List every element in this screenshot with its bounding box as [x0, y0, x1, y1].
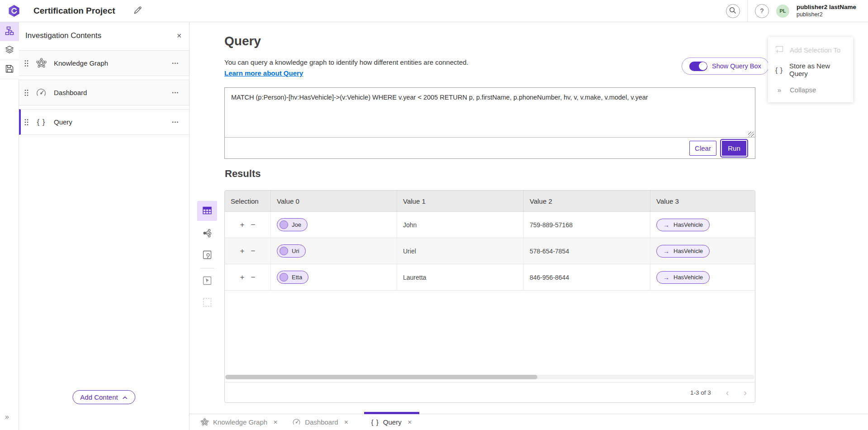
toggle-switch[interactable] [689, 62, 707, 71]
map-select-view-button[interactable] [197, 272, 217, 290]
close-icon: ✕ [408, 419, 412, 425]
dashboard-icon [292, 418, 301, 426]
item-menu-button[interactable]: ••• [172, 91, 179, 95]
sidebar-item-query[interactable]: { } Query ••• [19, 109, 189, 135]
relationship-pill[interactable]: → HasVehicle [656, 271, 710, 284]
store-as-new-query-menu-item[interactable]: { } Store as New Query [768, 60, 853, 80]
entity-cell: Etta [271, 264, 397, 290]
page-description: You can query a knowledge graph to ident… [224, 58, 469, 66]
arrow-right-icon: → [663, 221, 669, 229]
close-panel-button[interactable]: ✕ [176, 32, 182, 39]
sidebar-item-knowledge-graph[interactable]: Knowledge Graph ••• [19, 50, 189, 76]
edit-title-button[interactable] [133, 6, 142, 16]
dashboard-icon [35, 87, 47, 98]
sidebar-item-label: Dashboard [54, 89, 87, 96]
tab-knowledge-graph[interactable]: Knowledge Graph ✕ [193, 414, 285, 430]
add-to-icon [774, 45, 784, 54]
query-context-menu: Add Selection To { } Store as New Query … [768, 37, 853, 102]
remove-selection-button[interactable]: − [251, 273, 256, 281]
entity-cell: Joe [271, 212, 397, 238]
drag-handle-icon[interactable] [24, 119, 28, 126]
column-header[interactable]: Selection [225, 191, 271, 211]
avatar[interactable]: PL [776, 5, 789, 18]
entity-pill[interactable]: Etta [277, 271, 308, 284]
expand-panel-button[interactable]: » [5, 413, 9, 421]
query-actions: Clear Run [225, 137, 755, 158]
first-name-cell: Uriel [397, 238, 524, 264]
table-empty-space [225, 291, 755, 375]
item-menu-button[interactable]: ••• [172, 61, 179, 66]
rail-investigation-contents-button[interactable] [0, 22, 19, 41]
layers-icon [5, 45, 14, 56]
selection-cell: + − [225, 212, 271, 238]
next-page-button[interactable]: › [744, 388, 747, 397]
column-header[interactable]: Value 2 [524, 191, 650, 211]
horizontal-scrollbar[interactable] [225, 375, 754, 379]
close-tab-button[interactable]: ✕ [273, 419, 278, 425]
phone-cell: 846-956-8644 [524, 264, 650, 290]
rail-layers-button[interactable] [0, 41, 19, 60]
remove-selection-button[interactable]: − [251, 221, 256, 229]
previous-page-button[interactable]: ‹ [726, 388, 729, 397]
relationship-pill[interactable]: → HasVehicle [656, 219, 710, 231]
scrollbar-thumb[interactable] [225, 375, 537, 379]
help-button[interactable]: ? [755, 4, 769, 18]
clear-button[interactable]: Clear [689, 141, 716, 156]
entity-pill[interactable]: Joe [277, 218, 308, 231]
column-header[interactable]: Value 0 [271, 191, 397, 211]
entity-label: Uri [292, 248, 299, 254]
show-query-box-toggle[interactable]: Show Query Box [682, 57, 769, 75]
topbar-divider [747, 0, 748, 22]
rail-save-button[interactable] [0, 60, 19, 79]
braces-icon: { } [35, 118, 47, 127]
tab-label: Dashboard [305, 418, 338, 426]
learn-more-link[interactable]: Learn more about Query [224, 69, 303, 77]
drag-handle-icon[interactable] [24, 89, 28, 96]
entity-label: Etta [292, 274, 302, 281]
item-menu-button[interactable]: ••• [172, 120, 179, 124]
entity-avatar [280, 220, 288, 229]
sidebar-item-label: Query [54, 118, 72, 126]
knowledge-graph-icon [35, 57, 47, 69]
table-view-button[interactable] [197, 201, 217, 221]
drag-handle-icon[interactable] [24, 60, 28, 67]
user-subtitle: publisher2 [797, 11, 856, 19]
column-header[interactable]: Value 1 [397, 191, 524, 211]
knowledge-graph-icon [200, 418, 209, 426]
add-selection-button[interactable]: + [240, 273, 245, 281]
close-icon: ✕ [176, 32, 182, 39]
table-footer: 1-3 of 3 ‹ › [225, 382, 755, 402]
remove-selection-button[interactable]: − [251, 247, 256, 255]
results-panel: Selection Value 0 Value 1 Value 2 Value … [224, 190, 755, 403]
query-box: MATCH (p:Person)-[hv:HasVehicle]->(v:Veh… [224, 87, 755, 159]
tab-dashboard[interactable]: Dashboard ✕ [285, 414, 356, 430]
relationship-pill[interactable]: → HasVehicle [656, 245, 710, 258]
search-button[interactable] [726, 4, 740, 18]
resize-handle[interactable] [748, 132, 754, 137]
sidebar-item-dashboard[interactable]: Dashboard ••• [19, 80, 189, 105]
ellipsis-icon: ••• [172, 91, 179, 95]
help-icon: ? [760, 7, 764, 14]
user-info[interactable]: publisher2 lastName publisher2 [797, 4, 856, 19]
top-bar: Certification Project ? PL publisher2 la… [0, 0, 868, 22]
sidebar-item-label: Knowledge Graph [54, 59, 108, 67]
close-tab-button[interactable]: ✕ [408, 419, 412, 425]
phone-cell: 759-889-57168 [524, 212, 650, 238]
network-view-button[interactable] [197, 225, 217, 243]
map-view-button[interactable] [197, 246, 217, 264]
tab-query[interactable]: { } Query ✕ [364, 414, 419, 430]
entity-pill[interactable]: Uri [277, 244, 306, 258]
run-button[interactable]: Run [722, 141, 746, 156]
close-tab-button[interactable]: ✕ [344, 419, 349, 425]
entity-label: Joe [292, 221, 301, 228]
add-content-button[interactable]: Add Content [72, 390, 135, 404]
add-selection-button[interactable]: + [240, 221, 245, 229]
query-input[interactable]: MATCH (p:Person)-[hv:HasVehicle]->(v:Veh… [225, 88, 755, 137]
double-chevron-right-icon: » [5, 413, 9, 420]
collapse-menu-item[interactable]: » Collapse [768, 80, 853, 100]
main-content: Query You can query a knowledge graph to… [190, 22, 868, 430]
add-selection-button[interactable]: + [240, 247, 245, 255]
map-icon [202, 250, 212, 261]
table-row: + − Joe John 759-889-57168 → HasVehicle [225, 212, 755, 238]
column-header[interactable]: Value 3 [650, 191, 755, 211]
